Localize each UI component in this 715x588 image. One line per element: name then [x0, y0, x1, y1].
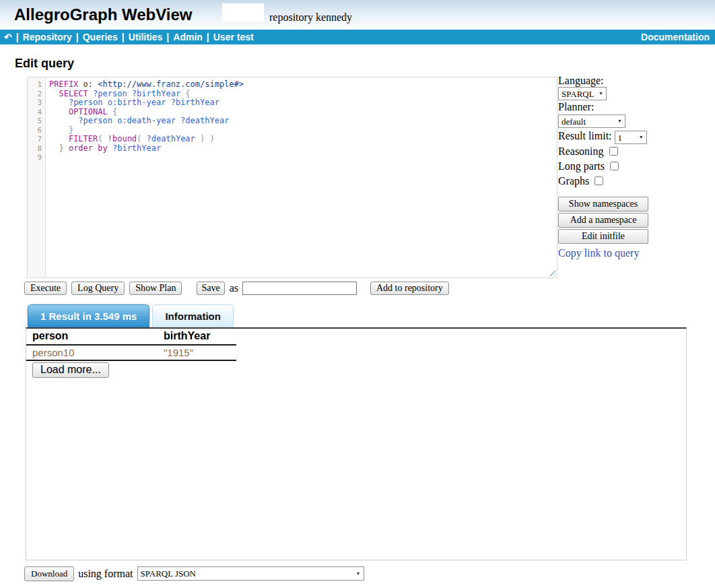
planner-label-row: Planner: — [558, 101, 648, 113]
code-token: order — [69, 143, 93, 153]
result-tabs: 1 Result in 3.549 msInformation — [28, 304, 234, 327]
table-cell[interactable]: person10 — [26, 345, 158, 360]
edit-initfile-button[interactable]: Edit initfile — [558, 229, 648, 244]
code-area[interactable]: PREFIX o: <http://www.franz.com/simple#>… — [46, 77, 557, 277]
code-token: ) — [210, 134, 215, 143]
code-token: } — [69, 125, 73, 135]
using-format-label: using format — [78, 568, 133, 580]
app-title: AllegroGraph WebView — [14, 5, 193, 24]
tab-information-tab[interactable]: Information — [152, 304, 234, 327]
download-button[interactable]: Download — [24, 566, 74, 581]
code-line: ?person o:birth-year ?birthYear — [49, 98, 557, 108]
load-more-button[interactable]: Load more... — [32, 362, 109, 378]
code-line: FILTER( !bound( ?deathYear ) ) — [49, 135, 557, 144]
code-token: ?birthYear — [171, 98, 219, 107]
planner-select[interactable]: default — [559, 116, 625, 128]
code-token — [195, 134, 200, 143]
execute-button[interactable]: Execute — [24, 282, 67, 295]
code-line: } order by ?birthYear — [49, 144, 557, 154]
show-namespaces-button[interactable]: Show namespaces — [558, 197, 648, 211]
log-query-button[interactable]: Log Query — [71, 282, 125, 295]
long-parts-row: Long parts — [558, 160, 648, 174]
column-header-person: person — [26, 329, 158, 345]
graphs-label: Graphs — [558, 175, 589, 187]
line-number: 9 — [28, 153, 45, 162]
code-line — [49, 153, 557, 162]
navbar: ↶|Repository|Queries|Utilities|Admin|Use… — [0, 30, 715, 44]
show-plan-button[interactable]: Show Plan — [129, 282, 182, 295]
save-as-label: as — [230, 282, 238, 294]
add-a-namespace-button[interactable]: Add a namespace — [558, 213, 648, 228]
code-token — [49, 89, 59, 98]
code-token: o:death-year — [117, 116, 176, 125]
code-token — [49, 134, 69, 143]
code-token: ?deathYear — [147, 134, 195, 143]
download-format-select-wrapper: SPARQL JSON ▼ — [137, 566, 364, 581]
result-limit-label: Result limit: — [558, 130, 612, 141]
nav-item-repository[interactable]: Repository — [23, 32, 72, 42]
code-token: !bound — [108, 134, 137, 143]
reasoning-row: Reasoning — [558, 145, 648, 159]
code-token: PREFIX — [49, 79, 78, 89]
planner-row: default ▼ — [558, 114, 648, 129]
nav-separator: | — [207, 32, 209, 42]
code-token — [141, 134, 146, 143]
table-cell[interactable]: "1915" — [158, 345, 236, 360]
code-line: ?person o:death-year ?deathYear — [49, 117, 557, 126]
actions-row: Execute Log Query Show Plan Save as Add … — [24, 280, 449, 296]
namespace-buttons: Show namespacesAdd a namespaceEdit initf… — [558, 197, 648, 244]
code-token — [88, 89, 93, 98]
code-token: o: — [78, 79, 98, 89]
code-token: { — [112, 107, 117, 117]
back-icon[interactable]: ↶ — [4, 32, 12, 42]
reasoning-checkbox[interactable] — [609, 147, 618, 156]
add-to-repository-button[interactable]: Add to repository — [370, 282, 449, 295]
blanked-area — [222, 3, 264, 22]
repository-label: repository kennedy — [269, 11, 352, 24]
editor-gutter: 123456789 — [28, 77, 46, 277]
planner-select-wrapper: default ▼ — [558, 115, 625, 128]
long-parts-checkbox[interactable] — [610, 162, 619, 170]
save-as-input[interactable] — [242, 282, 357, 295]
line-number: 5 — [28, 117, 45, 126]
code-token: ( — [98, 134, 102, 143]
nav-separator: | — [76, 32, 79, 42]
documentation-link[interactable]: Documentation — [641, 30, 710, 44]
language-select-wrapper: SPARQL ▼ — [558, 87, 607, 100]
code-line: } — [49, 126, 557, 135]
code-token: ?deathYear — [180, 116, 229, 125]
nav-separator: | — [16, 32, 19, 42]
options-sidebar: Language: SPARQL ▼ Planner: default ▼ Re… — [558, 75, 648, 259]
query-editor[interactable]: 123456789 PREFIX o: <http://www.franz.co… — [27, 77, 557, 278]
nav-item-utilities[interactable]: Utilities — [129, 32, 163, 42]
code-token: ?birthYear — [112, 143, 161, 153]
graphs-checkbox[interactable] — [594, 176, 603, 185]
download-format-select[interactable]: SPARQL JSON — [138, 567, 364, 580]
code-token — [205, 134, 209, 143]
language-row: Language: SPARQL ▼ — [558, 75, 648, 100]
language-select[interactable]: SPARQL — [559, 88, 606, 100]
nav-item-user-test[interactable]: User test — [213, 32, 254, 42]
save-button[interactable]: Save — [197, 282, 224, 295]
code-token — [108, 107, 112, 117]
nav-item-admin[interactable]: Admin — [173, 32, 203, 42]
results-panel: personbirthYear person10"1915" Load more… — [26, 327, 687, 560]
code-token — [127, 89, 132, 98]
code-token — [108, 143, 112, 153]
line-number: 2 — [28, 90, 45, 99]
code-token: FILTER — [69, 134, 98, 143]
result-limit-select[interactable]: 1 — [615, 131, 646, 143]
long-parts-label: Long parts — [558, 160, 605, 172]
code-token — [166, 98, 170, 107]
nav-separator: | — [166, 32, 169, 42]
code-token: } — [59, 143, 63, 153]
nav-item-queries[interactable]: Queries — [83, 32, 118, 42]
column-header-birthyear: birthYear — [158, 329, 236, 345]
language-label: Language: — [558, 75, 604, 86]
code-token — [64, 143, 69, 153]
copy-link-to-query-link[interactable]: Copy link to query — [558, 247, 639, 259]
table-row: person10"1915" — [26, 345, 236, 360]
code-token: ?person — [69, 98, 103, 107]
line-number: 8 — [28, 144, 45, 154]
tab-results-tab[interactable]: 1 Result in 3.549 ms — [28, 304, 149, 327]
